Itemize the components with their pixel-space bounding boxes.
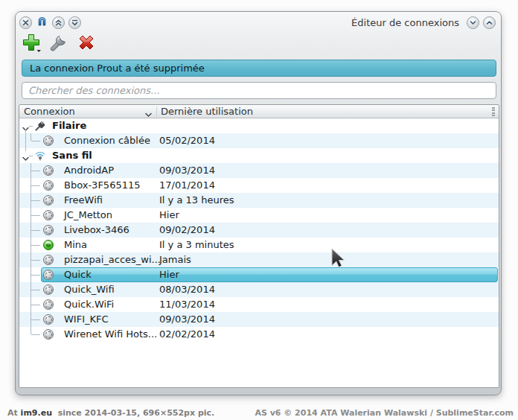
connection-icon — [43, 329, 54, 340]
connection-last-used: Hier — [159, 209, 179, 220]
connection-last-used: Il y a 13 heures — [159, 194, 234, 206]
connection-list: Filaire Connexion câblée 05/02/2014 — [19, 118, 499, 342]
connection-last-used: Hier — [159, 269, 179, 280]
connection-row[interactable]: JC_Metton Hier — [19, 208, 499, 223]
connection-active-icon — [43, 240, 54, 250]
group-label: Filaire — [52, 120, 86, 131]
page: Éditeur de connexions — [0, 0, 518, 420]
connection-icon — [43, 314, 54, 325]
connection-row[interactable]: AndroidAP 09/03/2014 — [19, 163, 499, 178]
group-row-wireless[interactable]: Sans fil — [19, 148, 499, 163]
notification-bar: La connexion Prout a été supprimée — [22, 60, 496, 77]
plus-icon — [21, 32, 42, 56]
connection-name: Quick_Wifi — [64, 284, 115, 295]
connection-name: WIFI_KFC — [64, 314, 109, 325]
connection-name: Wirenet Wifi Hots... — [64, 328, 157, 340]
title-expand-button[interactable] — [483, 16, 496, 29]
connection-row-selected[interactable]: Quick Hier — [19, 267, 499, 282]
connection-name: Bbox-3F565115 — [64, 179, 140, 191]
header-grip-icon — [492, 107, 495, 116]
double-chevron-up-icon — [54, 16, 63, 30]
connection-name: Livebox-3466 — [64, 224, 130, 235]
connection-icon — [43, 195, 54, 206]
add-connection-button[interactable] — [21, 34, 42, 54]
connection-last-used: 09/03/2014 — [159, 314, 215, 325]
connection-icon — [43, 299, 54, 310]
connection-row-active[interactable]: Mina Il y a 3 minutes — [19, 238, 499, 252]
connection-last-used: 09/02/2014 — [159, 224, 215, 235]
connection-last-used: Il y a 3 minutes — [159, 239, 234, 250]
connection-icon — [43, 210, 54, 220]
search-input[interactable] — [22, 82, 496, 99]
connection-name: FreeWifi — [64, 194, 103, 206]
connection-name: Mina — [64, 239, 87, 250]
titlebar: Éditeur de connexions — [351, 16, 496, 29]
wired-icon — [34, 120, 46, 132]
connection-last-used: Jamais — [159, 254, 191, 265]
connection-row[interactable]: pizzapai_acces_wi... Jamais — [19, 252, 499, 267]
window-title: Éditeur de connexions — [351, 17, 459, 28]
connections-table: Connexion Dernière utilisation Filaire — [19, 104, 499, 388]
pin-button[interactable] — [36, 16, 48, 29]
connection-name: Quick.WiFi — [64, 299, 114, 310]
branch-expanded-icon[interactable] — [22, 123, 29, 134]
notification-text: La connexion Prout a été supprimée — [30, 63, 205, 74]
footer-info: since 2014-03-15, 696×552px pic. — [52, 408, 214, 418]
group-row-wired[interactable]: Filaire — [19, 118, 499, 133]
connection-last-used: 08/03/2014 — [159, 284, 215, 295]
chevron-down-icon — [469, 16, 477, 30]
pin-icon — [36, 16, 48, 30]
connection-row[interactable]: Wirenet Wifi Hots... 02/02/2014 — [19, 327, 499, 342]
connection-last-used: 11/03/2014 — [159, 299, 215, 310]
wrench-icon — [49, 33, 68, 55]
group-label: Sans fil — [52, 150, 92, 161]
wireless-icon — [34, 150, 46, 162]
connection-row[interactable]: Quick_Wifi 08/03/2014 — [19, 282, 499, 297]
branch-expanded-icon[interactable] — [22, 153, 29, 164]
connection-icon — [43, 270, 54, 280]
close-icon — [22, 16, 30, 30]
connection-name: AndroidAP — [64, 165, 114, 176]
connection-name: pizzapai_acces_wi... — [64, 254, 161, 265]
connection-row[interactable]: Quick.WiFi 11/03/2014 — [19, 297, 499, 312]
connection-editor-window: Éditeur de connexions — [15, 11, 502, 395]
shade-up-button[interactable] — [52, 16, 65, 29]
connection-name: JC_Metton — [64, 209, 112, 220]
connection-row[interactable]: Livebox-3466 09/02/2014 — [19, 223, 499, 238]
chevron-up-icon — [485, 16, 493, 30]
connection-row[interactable]: WIFI_KFC 09/03/2014 — [19, 312, 499, 327]
column-header-last-used[interactable]: Dernière utilisation — [161, 105, 253, 118]
close-button[interactable] — [19, 16, 32, 29]
connection-row[interactable]: Bbox-3F565115 17/01/2014 — [19, 178, 499, 193]
connection-name: Connexion câblée — [64, 135, 150, 146]
delete-connection-button[interactable] — [76, 34, 97, 54]
connection-last-used: 05/02/2014 — [159, 135, 215, 146]
column-divider[interactable] — [156, 106, 157, 116]
connection-icon — [43, 180, 54, 191]
window-buttons — [19, 16, 81, 29]
shade-down-button[interactable] — [68, 16, 81, 29]
connection-last-used: 17/01/2014 — [159, 179, 215, 191]
table-header: Connexion Dernière utilisation — [19, 105, 499, 118]
connection-icon — [43, 225, 54, 235]
connection-icon — [43, 255, 54, 265]
connection-row[interactable]: Connexion câblée 05/02/2014 — [19, 133, 499, 148]
footer-left: At im9.eu since 2014-03-15, 696×552px pi… — [7, 408, 214, 418]
toolbar — [21, 34, 97, 54]
connection-icon — [43, 165, 54, 176]
configure-connection-button[interactable] — [48, 34, 69, 54]
footer-at: At — [7, 408, 21, 418]
column-header-connection[interactable]: Connexion — [24, 105, 75, 118]
connection-name: Quick — [64, 269, 92, 280]
chevron-down-bar-icon — [71, 16, 79, 30]
connection-last-used: 09/03/2014 — [159, 165, 215, 176]
connection-icon — [43, 136, 54, 146]
connection-row[interactable]: FreeWifi Il y a 13 heures — [19, 193, 499, 208]
connection-last-used: 02/02/2014 — [159, 328, 215, 340]
footer-site-link[interactable]: im9.eu — [21, 408, 52, 418]
red-x-icon — [77, 34, 95, 54]
footer-credit: AS v6 © 2014 ATA Walerian Walawski / Sub… — [255, 408, 514, 418]
connection-icon — [43, 284, 54, 295]
title-collapse-button[interactable] — [467, 16, 479, 29]
